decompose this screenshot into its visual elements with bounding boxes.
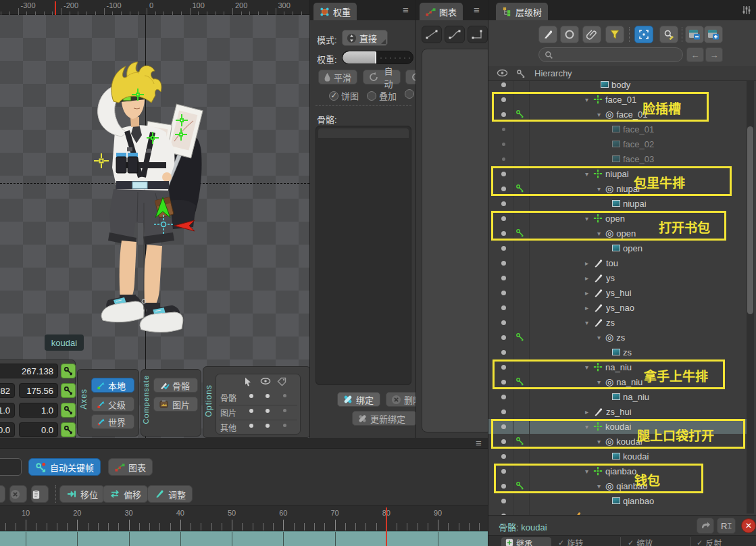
visibility-dot[interactable] — [501, 350, 506, 355]
pose-reset-button[interactable] — [697, 518, 714, 534]
compensate-bones-button[interactable]: 骨骼 — [153, 378, 198, 393]
dopesheet-band[interactable] — [0, 531, 488, 546]
cursor-crosshair[interactable] — [94, 153, 109, 168]
clipped-button[interactable] — [405, 70, 415, 84]
expander-closed[interactable]: ▸ — [583, 259, 590, 267]
key-button[interactable] — [61, 422, 76, 437]
options-dot[interactable] — [283, 409, 286, 412]
transform-field-x[interactable] — [0, 422, 15, 437]
bone-gizmo-niupai[interactable] — [147, 132, 159, 144]
mode-select[interactable]: 直接 — [342, 30, 388, 46]
tree-row-face_02[interactable]: face_02 — [488, 136, 747, 151]
bone-gizmo-card-top[interactable] — [176, 114, 188, 126]
expander-closed[interactable]: ▸ — [583, 304, 590, 312]
visibility-dot[interactable] — [501, 261, 506, 266]
compensate-images-button[interactable]: 图片 — [153, 397, 198, 412]
visibility-dot[interactable] — [501, 320, 506, 325]
tree-row-ys_hui[interactable]: ▸ys_hui — [488, 285, 747, 300]
visibility-dot[interactable] — [501, 246, 506, 251]
tab-graph[interactable]: 图表 — [420, 3, 463, 20]
graph-editor-area[interactable] — [422, 49, 488, 432]
adjust-button[interactable]: 调整 — [147, 485, 193, 503]
tree-row-zs[interactable]: ▾zs — [488, 315, 747, 330]
visibility-dot[interactable] — [501, 395, 506, 399]
tree-row-qianbao[interactable]: qianbao — [488, 493, 747, 508]
overlay-checkbox[interactable]: 叠加 — [367, 89, 397, 102]
weight-bones-list[interactable] — [316, 126, 411, 385]
curve-bezier-button[interactable] — [445, 26, 465, 43]
expander-open[interactable]: ▾ — [595, 334, 603, 341]
visibility-dot[interactable] — [501, 305, 506, 310]
options-dot[interactable] — [283, 424, 286, 427]
remove-button[interactable]: 删除 — [386, 392, 415, 407]
panel-menu-icon[interactable]: ≡ — [476, 438, 482, 449]
weight-slider[interactable] — [342, 51, 413, 64]
tree-row-tou[interactable]: ▸tou — [488, 255, 747, 270]
visibility-dot[interactable] — [501, 499, 506, 503]
visibility-dot[interactable] — [502, 157, 505, 161]
visibility-dot[interactable] — [501, 410, 506, 414]
key-button[interactable] — [61, 364, 76, 378]
timeline-divider[interactable]: ≡ — [0, 438, 488, 449]
offset-button[interactable]: 偏移 — [103, 485, 148, 503]
bone-gizmo-face[interactable] — [132, 89, 144, 101]
options-dot[interactable] — [266, 424, 270, 428]
rename-button[interactable]: R⌶ — [717, 518, 736, 534]
visibility-dot[interactable] — [501, 276, 506, 280]
graph-toggle-button[interactable]: 图表 — [108, 458, 153, 476]
curve-stepped-button[interactable] — [468, 26, 488, 43]
tree-row-na_niu[interactable]: na_niu — [488, 389, 747, 404]
clipped-tool-button[interactable] — [0, 485, 5, 503]
visibility-dot[interactable] — [501, 454, 506, 459]
visibility-dot[interactable] — [501, 291, 506, 295]
tree-row-koudai[interactable]: koudai — [488, 449, 747, 464]
curve-linear-button[interactable] — [422, 26, 442, 43]
viewport-canvas[interactable]: -300-200-1000100200300 koudai Axes 本地 父级… — [0, 0, 309, 438]
update-bind-button[interactable]: 更新绑定 — [352, 411, 415, 426]
visibility-dot[interactable] — [502, 143, 505, 146]
expander-closed[interactable]: ▸ — [583, 408, 590, 416]
link-icon[interactable] — [516, 69, 526, 78]
key-button[interactable] — [61, 403, 76, 418]
options-dot[interactable] — [266, 394, 270, 398]
transform-field-x[interactable] — [0, 403, 15, 418]
transform-rotate-field[interactable] — [0, 364, 58, 378]
playhead[interactable] — [386, 507, 387, 546]
scale-arrow-gizmo[interactable] — [155, 197, 170, 218]
scrollbar-thumb[interactable] — [747, 126, 753, 314]
tab-weights[interactable]: 权重 — [313, 3, 357, 20]
tree-row-niupai[interactable]: niupai — [488, 196, 747, 211]
paste-button[interactable] — [31, 485, 49, 503]
tree-row-face_01[interactable]: face_01 — [488, 122, 747, 136]
expander-closed[interactable]: ▸ — [583, 274, 590, 282]
visibility-dot[interactable] — [501, 335, 506, 340]
panel-menu-icon[interactable]: ≡ — [403, 4, 409, 16]
tree-row-open[interactable]: open — [488, 241, 747, 255]
visibility-dot[interactable] — [502, 128, 505, 131]
tree-row-zs_hui[interactable]: ▸zs_hui — [488, 404, 747, 419]
tree-row-zs[interactable]: zs — [488, 345, 747, 359]
tree-row-ys[interactable]: ▸ys — [488, 270, 747, 285]
timeline-ruler[interactable]: 102030405060708090 — [0, 505, 488, 531]
autokey-button[interactable]: 自动关键帧 — [28, 458, 101, 476]
tree-row-zs[interactable]: ▾◎zs — [488, 330, 747, 345]
bind-button[interactable]: 绑定 — [337, 392, 380, 407]
panel-menu-icon[interactable]: ≡ — [474, 4, 480, 16]
bone-gizmo-card-bottom[interactable] — [175, 128, 187, 141]
axes-parent-button[interactable]: 父级 — [91, 397, 134, 412]
visibility-dot[interactable] — [501, 201, 506, 206]
tree-scrollbar[interactable] — [747, 81, 754, 514]
auto-button[interactable]: 自动 — [363, 70, 401, 84]
smooth-button[interactable]: 平滑 — [318, 70, 357, 84]
tree-row-ys_nao[interactable]: ▸ys_nao — [488, 300, 747, 315]
options-dot[interactable] — [249, 424, 253, 428]
tree-row-face_03[interactable]: face_03 — [488, 151, 747, 166]
expander-open[interactable]: ▾ — [583, 319, 590, 326]
transform-field-x[interactable] — [0, 383, 15, 398]
transform-field-y[interactable] — [19, 383, 58, 398]
pie-checkbox[interactable]: ✓饼图 — [329, 89, 359, 102]
options-dot[interactable] — [249, 394, 253, 398]
close-button[interactable]: ✕ — [741, 518, 756, 533]
key-button[interactable] — [61, 383, 76, 398]
options-dot[interactable] — [283, 394, 286, 397]
